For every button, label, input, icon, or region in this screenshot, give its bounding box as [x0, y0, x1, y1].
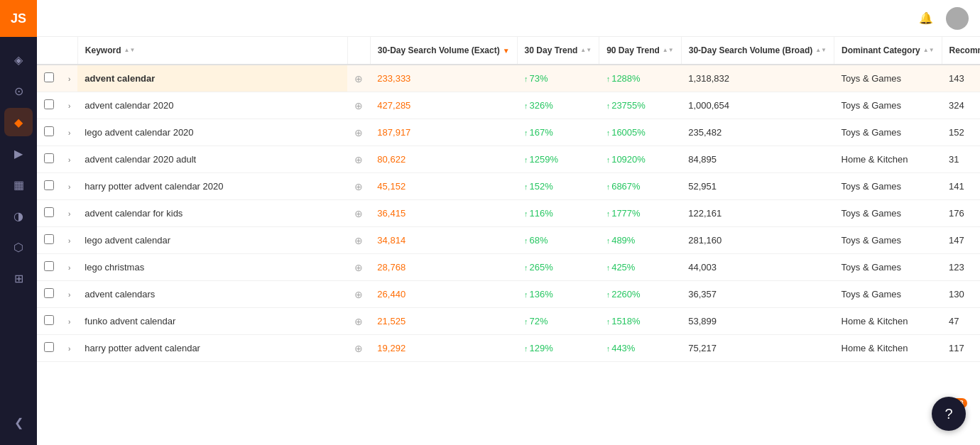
keyword-cell: lego advent calendar: [77, 227, 347, 254]
trend90-up-arrow: ↑: [606, 236, 611, 245]
sidebar-item-dashboard[interactable]: ◈: [4, 45, 33, 74]
expand-arrow-icon[interactable]: ›: [68, 264, 70, 272]
trend30-cell: ↑152%: [517, 173, 599, 200]
expand-arrow-icon[interactable]: ›: [68, 210, 70, 218]
category-cell: Toys & Games: [834, 65, 942, 92]
keyword-cell: advent calendar 2020: [77, 92, 347, 119]
volume30-sort-icon: ▼: [503, 47, 510, 55]
trend30-cell: ↑265%: [517, 254, 599, 281]
expand-arrow-icon[interactable]: ›: [68, 156, 70, 164]
lock-icon: ⊕: [354, 262, 363, 273]
chat-button[interactable]: ?: [932, 397, 966, 431]
row-checkbox[interactable]: [44, 288, 54, 298]
row-checkbox-cell[interactable]: [37, 227, 61, 254]
keyword-cell: advent calendars: [77, 281, 347, 308]
row-checkbox-cell[interactable]: [37, 281, 61, 308]
col-header-lock: [347, 37, 370, 65]
trend30-cell: ↑136%: [517, 281, 599, 308]
col-header-trend30[interactable]: 30 Day Trend ▲▼: [517, 37, 599, 65]
expand-arrow-icon[interactable]: ›: [68, 129, 70, 137]
col-header-promos[interactable]: Recommended Promotions ▲▼: [942, 37, 980, 65]
row-checkbox[interactable]: [44, 234, 54, 244]
sidebar-item-badge[interactable]: ⬡: [4, 233, 33, 261]
sidebar-item-campaigns[interactable]: ▶: [4, 139, 33, 167]
category-cell: Toys & Games: [834, 227, 942, 254]
notification-bell-icon[interactable]: 🔔: [915, 7, 937, 30]
row-expand-cell[interactable]: ›: [61, 119, 77, 146]
row-checkbox-cell[interactable]: [37, 335, 61, 362]
sidebar-item-learning[interactable]: ◑: [4, 202, 33, 230]
row-expand-cell[interactable]: ›: [61, 254, 77, 281]
promos-cell: 143: [942, 65, 980, 92]
sidebar-item-analytics[interactable]: ▦: [4, 170, 33, 199]
row-expand-cell[interactable]: ›: [61, 92, 77, 119]
keyword-cell: advent calendar: [77, 65, 347, 92]
expand-arrow-icon[interactable]: ›: [68, 345, 70, 353]
row-checkbox-cell[interactable]: [37, 254, 61, 281]
sidebar-collapse-button[interactable]: ❮: [4, 408, 33, 436]
row-checkbox[interactable]: [44, 342, 54, 352]
trend90-cell: ↑16005%: [599, 119, 682, 146]
row-expand-cell[interactable]: ›: [61, 281, 77, 308]
keyword-text: lego advent calendar 2020: [85, 127, 193, 138]
row-expand-cell[interactable]: ›: [61, 65, 77, 92]
expand-arrow-icon[interactable]: ›: [68, 75, 70, 83]
row-checkbox-cell[interactable]: [37, 308, 61, 335]
trend30-up-arrow: ↑: [524, 209, 528, 218]
trend90-cell: ↑1288%: [599, 65, 682, 92]
row-expand-cell[interactable]: ›: [61, 200, 77, 227]
trend30-up-arrow: ↑: [524, 155, 528, 164]
trend30-up-arrow: ↑: [524, 101, 528, 110]
keyword-table-container[interactable]: Keyword ▲▼ 30-Day Search Volume (Exact) …: [37, 37, 980, 445]
sidebar-item-keywords[interactable]: ◆: [4, 108, 33, 136]
row-checkbox[interactable]: [44, 315, 54, 325]
trend30-cell: ↑116%: [517, 200, 599, 227]
col-header-broad30[interactable]: 30-Day Search Volume (Broad) ▲▼: [681, 37, 834, 65]
volume30-cell: 427,285: [370, 92, 517, 119]
expand-arrow-icon[interactable]: ›: [68, 102, 70, 110]
row-checkbox-cell[interactable]: [37, 200, 61, 227]
row-checkbox[interactable]: [44, 126, 54, 136]
table-row: › advent calendar 2020 adult ⊕ 80,622 ↑1…: [37, 146, 980, 173]
table-row: › advent calendar 2020 ⊕ 427,285 ↑326% ↑…: [37, 92, 980, 119]
expand-arrow-icon[interactable]: ›: [68, 318, 70, 326]
row-checkbox[interactable]: [44, 180, 54, 190]
col-header-category[interactable]: Dominant Category ▲▼: [834, 37, 942, 65]
trend30-cell: ↑68%: [517, 227, 599, 254]
expand-arrow-icon[interactable]: ›: [68, 291, 70, 299]
row-checkbox[interactable]: [44, 207, 54, 217]
category-cell: Toys & Games: [834, 200, 942, 227]
row-checkbox[interactable]: [44, 72, 54, 82]
col-header-trend90[interactable]: 90 Day Trend ▲▼: [599, 37, 682, 65]
lock-icon: ⊕: [354, 289, 363, 300]
row-checkbox-cell[interactable]: [37, 146, 61, 173]
row-checkbox[interactable]: [44, 261, 54, 271]
lock-icon-cell: ⊕: [347, 254, 370, 281]
category-sort-arrows: ▲▼: [923, 48, 935, 53]
expand-arrow-icon[interactable]: ›: [68, 183, 70, 191]
trend90-cell: ↑2260%: [599, 281, 682, 308]
promos-cell: 152: [942, 119, 980, 146]
row-checkbox-cell[interactable]: [37, 92, 61, 119]
row-expand-cell[interactable]: ›: [61, 227, 77, 254]
row-checkbox[interactable]: [44, 99, 54, 109]
sidebar-item-search[interactable]: ⊙: [4, 77, 33, 105]
table-row: › advent calendar for kids ⊕ 36,415 ↑116…: [37, 200, 980, 227]
lock-icon-cell: ⊕: [347, 119, 370, 146]
row-expand-cell[interactable]: ›: [61, 335, 77, 362]
expand-arrow-icon[interactable]: ›: [68, 237, 70, 245]
row-expand-cell[interactable]: ›: [61, 173, 77, 200]
row-expand-cell[interactable]: ›: [61, 146, 77, 173]
row-checkbox[interactable]: [44, 153, 54, 163]
lock-icon: ⊕: [354, 208, 363, 219]
table-header-row: Keyword ▲▼ 30-Day Search Volume (Exact) …: [37, 37, 980, 65]
avatar[interactable]: [946, 7, 969, 30]
row-checkbox-cell[interactable]: [37, 119, 61, 146]
row-expand-cell[interactable]: ›: [61, 308, 77, 335]
col-header-keyword[interactable]: Keyword ▲▼: [77, 37, 347, 65]
row-checkbox-cell[interactable]: [37, 173, 61, 200]
col-header-volume30[interactable]: 30-Day Search Volume (Exact) ▼: [370, 37, 517, 65]
row-checkbox-cell[interactable]: [37, 65, 61, 92]
sidebar-item-cart[interactable]: ⊞: [4, 264, 33, 292]
table-row: › advent calendars ⊕ 26,440 ↑136% ↑2260%…: [37, 281, 980, 308]
